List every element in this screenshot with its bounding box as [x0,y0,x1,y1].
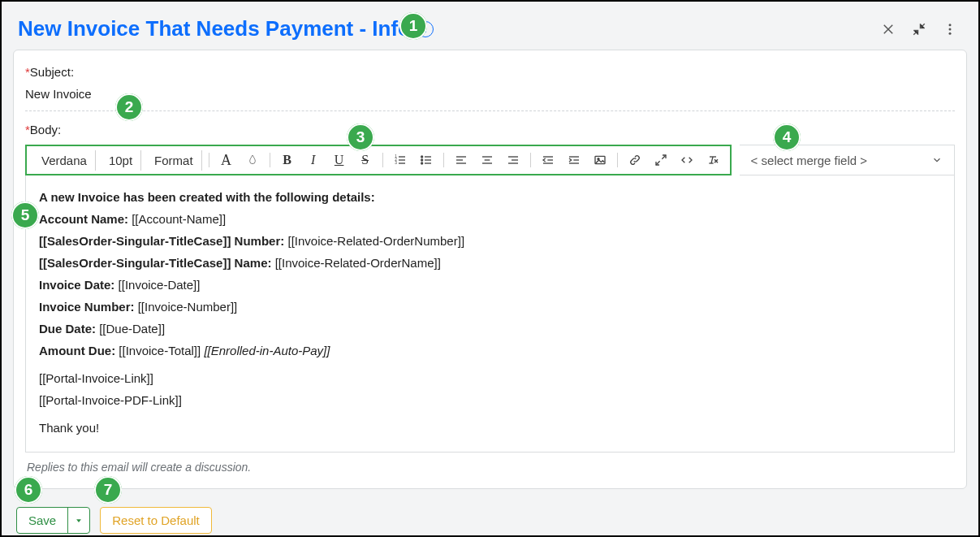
editor-line: [[Portal-Invoice-Link]] [39,369,941,388]
subject-input[interactable]: New Invoice [25,87,955,101]
body-label: *Body: [25,123,955,136]
editor-line: Invoice Date: [[Invoice-Date]] [39,275,941,295]
strikethrough-button[interactable]: S [355,149,376,171]
insert-link-button[interactable] [624,149,645,171]
svg-point-17 [421,159,422,161]
svg-line-39 [711,157,713,163]
insert-image-button[interactable] [589,149,611,171]
unordered-list-button[interactable] [416,149,437,171]
clear-format-button[interactable] [702,149,723,171]
font-color-button[interactable]: A [216,149,237,171]
rich-text-toolbar: Verdana 10pt Format A B I U S 123 [25,145,732,175]
editor-line: Account Name: [[Account-Name]] [39,210,941,229]
underline-button[interactable]: U [329,149,350,171]
save-dropdown-button[interactable] [68,508,89,533]
svg-point-18 [421,162,422,164]
body-editor[interactable]: A new Invoice has been created with the … [25,175,955,453]
format-select[interactable]: Format [146,150,202,171]
merge-field-label: < select merge field > [751,154,867,167]
fullscreen-button[interactable] [650,149,671,171]
callout-1: 1 [399,12,427,40]
svg-point-6 [949,32,952,34]
reply-note: Replies to this email will create a disc… [27,461,953,474]
align-left-button[interactable] [451,149,472,171]
footer-actions: Save Reset to Default [2,489,978,534]
svg-point-4 [949,24,952,26]
callout-3: 3 [347,123,374,151]
highlight-button[interactable] [242,149,263,171]
svg-line-36 [662,155,666,159]
editor-line: [[Portal-Invoice-PDF-Link]] [39,391,941,410]
callout-2: 2 [115,93,143,121]
caret-down-icon [75,517,83,525]
svg-point-16 [421,156,422,158]
callout-5: 5 [11,201,39,229]
toolbar-row: Verdana 10pt Format A B I U S 123 [25,145,955,175]
svg-marker-43 [76,519,81,522]
page-title-row: New Invoice That Needs Payment - Info i [18,16,434,41]
ordered-list-button[interactable]: 123 [390,149,411,171]
outdent-button[interactable] [537,149,559,171]
page-header: New Invoice That Needs Payment - Info i [2,2,978,50]
editor-line: Invoice Number: [[Invoice-Number]] [39,297,941,317]
chevron-down-icon [931,154,943,166]
editor-line: [[SalesOrder-Singular-TitleCase]] Number… [39,232,941,251]
reset-to-default-button[interactable]: Reset to Default [100,507,212,534]
font-size-select[interactable]: 10pt [101,150,141,171]
svg-text:3: 3 [395,161,397,165]
header-actions [881,22,962,37]
collapse-icon[interactable] [912,22,926,37]
font-family-select[interactable]: Verdana [33,150,96,171]
indent-button[interactable] [563,149,585,171]
code-view-button[interactable] [676,149,697,171]
merge-field-select[interactable]: < select merge field > [740,145,955,175]
kebab-menu-icon[interactable] [943,22,957,37]
editor-card: *Subject: New Invoice *Body: Verdana 10p… [13,50,967,489]
callout-4: 4 [773,123,801,151]
editor-line: [[SalesOrder-Singular-TitleCase]] Name: … [39,253,941,273]
align-center-button[interactable] [477,149,498,171]
editor-line: Amount Due: [[Invoice-Total]] [[Enrolled… [39,341,941,361]
editor-line: A new Invoice has been created with the … [39,188,941,207]
close-icon[interactable] [881,22,896,37]
callout-7: 7 [94,476,122,504]
svg-line-37 [656,161,660,165]
page-title: New Invoice That Needs Payment - Info [18,16,411,41]
bold-button[interactable]: B [277,149,298,171]
callout-6: 6 [15,476,42,504]
editor-line: Thank you! [39,418,941,438]
save-button[interactable]: Save [17,508,68,533]
save-button-group: Save [16,507,90,534]
italic-button[interactable]: I [303,149,324,171]
align-right-button[interactable] [503,149,524,171]
divider [25,110,955,111]
editor-line: Due Date: [[Due-Date]] [39,319,941,339]
subject-label: *Subject: [25,65,955,79]
svg-point-5 [949,28,952,30]
